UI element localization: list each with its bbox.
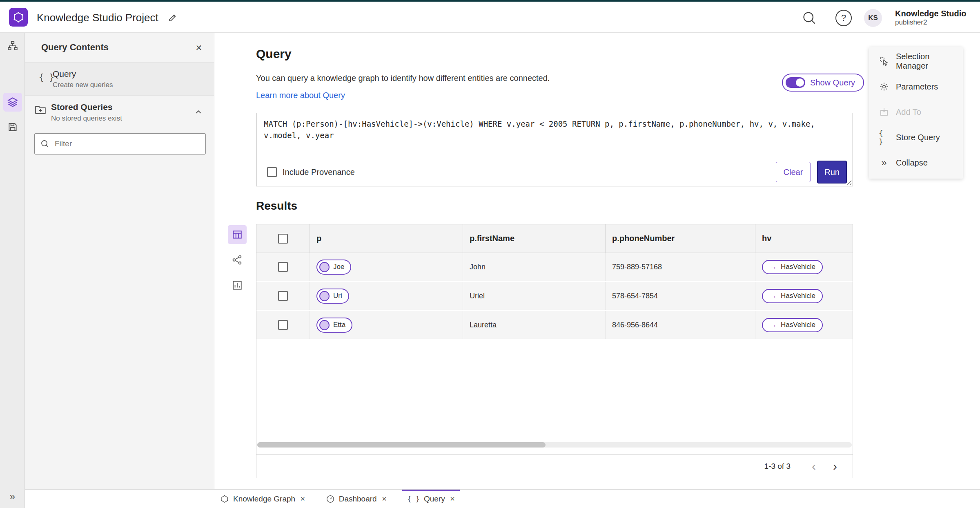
phone-cell: 578-654-7854 bbox=[606, 282, 755, 310]
tab-knowledge-graph[interactable]: Knowledge Graph ✕ bbox=[215, 490, 310, 508]
close-tab-icon[interactable]: ✕ bbox=[450, 495, 455, 503]
tab-label: Knowledge Graph bbox=[233, 495, 295, 504]
node-pill[interactable]: Joe bbox=[316, 260, 351, 275]
tab-query[interactable]: { } Query ✕ bbox=[402, 490, 460, 508]
layers-view-icon[interactable] bbox=[3, 93, 22, 112]
store-query-item[interactable]: { } Store Query bbox=[869, 125, 963, 150]
table-row: Uri Uriel 578-654-7854 → HasVehicle bbox=[256, 282, 853, 311]
stored-queries-filter bbox=[34, 133, 206, 154]
filter-search-icon bbox=[40, 139, 50, 149]
node-icon bbox=[319, 262, 330, 272]
query-buttons: Clear Run bbox=[776, 161, 847, 184]
sidebar-item-query[interactable]: { } Query Create new queries bbox=[25, 63, 214, 96]
results-table: p p.firstName p.phoneNumber hv Joe John … bbox=[256, 224, 853, 478]
column-header-hv[interactable]: hv bbox=[755, 224, 853, 253]
store-query-label: Store Query bbox=[896, 133, 940, 142]
selection-manager-label: Selection Manager bbox=[896, 52, 963, 71]
help-glyph: ? bbox=[841, 13, 846, 23]
edge-pill[interactable]: → HasVehicle bbox=[762, 260, 823, 274]
close-tab-icon[interactable]: ✕ bbox=[300, 495, 305, 503]
node-icon bbox=[319, 291, 330, 301]
query-text-area[interactable]: MATCH (p:Person)-[hv:HasVehicle]->(v:Veh… bbox=[256, 113, 853, 158]
clear-button[interactable]: Clear bbox=[776, 162, 811, 182]
close-panel-icon[interactable]: ✕ bbox=[193, 42, 205, 54]
phone-cell: 846-956-8644 bbox=[606, 311, 755, 339]
graph-view-icon[interactable] bbox=[228, 251, 247, 269]
column-header-firstname[interactable]: p.firstName bbox=[463, 224, 606, 253]
node-pill[interactable]: Uri bbox=[316, 289, 349, 304]
user-menu[interactable]: Knowledge Studio publisher2 bbox=[895, 9, 966, 27]
query-description: You can query a knowledge graph to ident… bbox=[256, 74, 550, 83]
collapse-stored-icon[interactable] bbox=[193, 106, 204, 118]
column-header-phonenumber[interactable]: p.phoneNumber bbox=[606, 224, 755, 253]
panel-title: Query Contents bbox=[41, 42, 109, 53]
user-avatar[interactable]: KS bbox=[864, 9, 882, 27]
show-query-label: Show Query bbox=[810, 78, 855, 87]
parameters-label: Parameters bbox=[896, 82, 938, 92]
toggle-switch[interactable] bbox=[786, 77, 805, 88]
help-icon[interactable]: ? bbox=[835, 10, 852, 26]
row-checkbox-cell bbox=[256, 253, 310, 281]
node-label: Joe bbox=[333, 263, 344, 271]
open-tabs: Knowledge Graph ✕ Dashboard ✕ { } Query … bbox=[215, 490, 460, 508]
row-checkbox[interactable] bbox=[278, 262, 288, 272]
firstname-cell: John bbox=[463, 253, 606, 281]
expand-rail-icon[interactable]: » bbox=[0, 491, 25, 502]
folder-icon bbox=[35, 105, 46, 116]
select-all-checkbox[interactable] bbox=[278, 234, 288, 244]
stored-queries-section[interactable]: Stored Queries No stored queries exist bbox=[25, 96, 214, 130]
parameters-item[interactable]: Parameters bbox=[869, 74, 963, 99]
main-content: Query You can query a knowledge graph to… bbox=[214, 33, 980, 489]
gear-icon bbox=[879, 82, 889, 92]
node-label: Uri bbox=[333, 292, 342, 300]
edit-project-title-icon[interactable] bbox=[167, 11, 179, 24]
column-header-p[interactable]: p bbox=[310, 224, 463, 253]
collapse-panel-item[interactable]: » Collapse bbox=[869, 150, 963, 175]
filter-input[interactable] bbox=[50, 134, 205, 154]
table-header-row: p p.firstName p.phoneNumber hv bbox=[256, 224, 853, 253]
include-provenance-checkbox[interactable] bbox=[267, 167, 277, 177]
learn-more-link[interactable]: Learn more about Query bbox=[256, 91, 345, 100]
add-to-icon bbox=[879, 107, 889, 117]
query-item-desc: Create new queries bbox=[53, 81, 113, 89]
braces-icon: { } bbox=[407, 495, 420, 503]
query-item-label: Query bbox=[53, 69, 76, 79]
chart-view-icon[interactable] bbox=[228, 276, 247, 295]
save-icon[interactable] bbox=[7, 121, 18, 133]
firstname-cell: Lauretta bbox=[463, 311, 606, 339]
braces-icon: { } bbox=[879, 129, 889, 146]
node-pill[interactable]: Etta bbox=[316, 318, 352, 333]
next-page-icon[interactable]: › bbox=[827, 459, 843, 474]
edge-cell: → HasVehicle bbox=[755, 253, 853, 281]
run-button[interactable]: Run bbox=[817, 161, 847, 184]
results-view-toolbar bbox=[228, 225, 247, 301]
horizontal-scrollbar[interactable] bbox=[257, 442, 852, 448]
stored-queries-desc: No stored queries exist bbox=[51, 114, 122, 123]
model-view-icon[interactable] bbox=[7, 40, 18, 51]
knowledge-graph-icon bbox=[220, 495, 229, 504]
edge-label: HasVehicle bbox=[781, 292, 815, 300]
stored-queries-label: Stored Queries bbox=[51, 102, 113, 112]
row-checkbox[interactable] bbox=[278, 320, 288, 330]
scrollbar-thumb[interactable] bbox=[257, 442, 546, 448]
selection-manager-item[interactable]: Selection Manager bbox=[869, 49, 963, 74]
search-icon[interactable] bbox=[801, 10, 817, 26]
previous-page-icon[interactable]: ‹ bbox=[806, 459, 822, 474]
app-window: Knowledge Studio Project ? KS Knowledge … bbox=[0, 0, 980, 508]
show-query-toggle[interactable]: Show Query bbox=[782, 74, 864, 92]
project-title: Knowledge Studio Project bbox=[37, 11, 158, 24]
arrow-right-icon: → bbox=[769, 262, 777, 271]
include-provenance-label: Include Provenance bbox=[283, 168, 355, 177]
tab-dashboard[interactable]: Dashboard ✕ bbox=[321, 490, 392, 508]
table-view-icon[interactable] bbox=[228, 225, 247, 244]
page-title: Query bbox=[256, 47, 292, 61]
row-checkbox-cell bbox=[256, 282, 310, 310]
edge-pill[interactable]: → HasVehicle bbox=[762, 289, 823, 303]
close-tab-icon[interactable]: ✕ bbox=[382, 495, 387, 503]
edge-pill[interactable]: → HasVehicle bbox=[762, 318, 823, 332]
node-cell: Etta bbox=[310, 311, 463, 339]
add-to-item: Add To bbox=[869, 99, 963, 125]
results-title: Results bbox=[256, 199, 297, 213]
toggle-knob bbox=[796, 78, 804, 87]
row-checkbox[interactable] bbox=[278, 291, 288, 301]
